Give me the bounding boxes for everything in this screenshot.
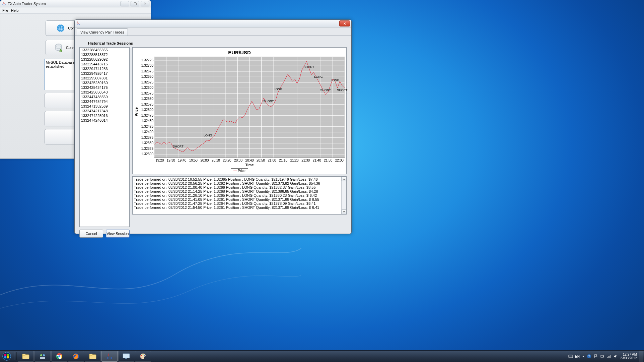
tray-lang[interactable]: EN bbox=[575, 355, 580, 358]
log-line: Trade performed on: 03/20/2012 19:52:55 … bbox=[134, 177, 340, 181]
chart-annotation: SHORT bbox=[320, 88, 331, 92]
tab-label: View Currency Pair Trades bbox=[80, 30, 124, 34]
session-item[interactable]: 1332288455355 bbox=[80, 48, 129, 52]
log-line: Trade performed on: 03/20/2012 21:47:25 … bbox=[134, 201, 340, 205]
session-item[interactable]: 1332474225016 bbox=[80, 113, 129, 118]
view-session-label: View Session bbox=[107, 232, 129, 236]
session-item[interactable]: 1332288629092 bbox=[80, 57, 129, 62]
session-item[interactable]: 1332425239160 bbox=[80, 80, 129, 85]
menu-help[interactable]: Help bbox=[11, 8, 19, 12]
session-item[interactable]: 1332474217348 bbox=[80, 109, 129, 113]
start-button[interactable] bbox=[0, 351, 13, 362]
tray-flag-icon[interactable] bbox=[593, 354, 598, 359]
tray-date: 23/03/2012 bbox=[620, 356, 637, 360]
menu-file[interactable]: File bbox=[2, 8, 8, 12]
view-session-button[interactable]: View Session bbox=[106, 230, 130, 238]
session-item[interactable]: 1332447484794 bbox=[80, 99, 129, 104]
session-list[interactable]: 1332288455355133228851357213322886290921… bbox=[79, 47, 130, 227]
svg-rect-62 bbox=[125, 358, 127, 359]
tray-network-icon[interactable] bbox=[607, 354, 612, 359]
svg-rect-61 bbox=[123, 354, 130, 358]
svg-point-54 bbox=[43, 354, 45, 356]
taskbar-java-app[interactable] bbox=[101, 351, 118, 362]
close-button[interactable]: ✕ bbox=[141, 1, 149, 6]
maximize-button[interactable]: ▢ bbox=[131, 1, 139, 6]
chart-xlabel: Time bbox=[154, 163, 345, 167]
tray-volume-icon[interactable] bbox=[614, 354, 618, 359]
session-item[interactable]: 1332425650543 bbox=[80, 90, 129, 95]
svg-point-65 bbox=[144, 355, 145, 356]
trade-log: Trade performed on: 03/20/2012 19:52:55 … bbox=[132, 176, 347, 215]
log-scrollbar[interactable]: ▴ ▾ bbox=[341, 177, 346, 214]
tray-help-icon[interactable]: ? bbox=[587, 354, 591, 359]
show-desktop-button[interactable] bbox=[639, 351, 643, 362]
tray-power-icon[interactable] bbox=[600, 354, 605, 359]
system-tray: EN ▲ ? 12:27 AM 23/03/2012 bbox=[568, 351, 644, 362]
session-item[interactable]: 1332447438569 bbox=[80, 95, 129, 99]
svg-rect-68 bbox=[569, 356, 572, 356]
svg-rect-52 bbox=[22, 354, 25, 355]
chart-xticks: 19:2019:3019:4019:5020:0020:1020:2020:30… bbox=[154, 159, 345, 162]
taskbar-paint[interactable] bbox=[135, 351, 151, 362]
chart-yticks: 1.323001.323251.323501.323751.324001.324… bbox=[139, 57, 154, 157]
session-item[interactable]: 1332294926417 bbox=[80, 71, 129, 76]
cancel-button[interactable]: Cancel bbox=[79, 230, 103, 238]
svg-rect-72 bbox=[601, 355, 603, 357]
session-item[interactable]: 1332295007881 bbox=[80, 76, 129, 80]
svg-rect-50 bbox=[7, 356, 9, 358]
chart-annotation: SHORT bbox=[263, 100, 274, 103]
scroll-down-icon[interactable]: ▾ bbox=[342, 209, 346, 214]
taskbar-explorer[interactable] bbox=[18, 351, 34, 362]
dialog-titlebar[interactable]: ✕ bbox=[75, 20, 351, 27]
taskbar-chrome[interactable] bbox=[51, 351, 67, 362]
taskbar-people[interactable] bbox=[34, 351, 51, 362]
taskbar-folder[interactable] bbox=[85, 351, 101, 362]
svg-point-57 bbox=[58, 355, 61, 358]
main-titlebar[interactable]: FX Auto Trader System — ▢ ✕ bbox=[0, 0, 151, 7]
session-item[interactable]: 1332471382569 bbox=[80, 104, 129, 109]
svg-rect-69 bbox=[569, 357, 572, 357]
session-item[interactable]: 1332425424175 bbox=[80, 85, 129, 90]
taskbar-monitor[interactable] bbox=[118, 351, 134, 362]
tray-time: 12:27 AM bbox=[620, 353, 637, 356]
tray-chevron-up-icon[interactable]: ▲ bbox=[582, 355, 585, 358]
log-line: Trade performed on: 03/20/2012 21:28:10 … bbox=[134, 193, 340, 197]
scroll-up-icon[interactable]: ▴ bbox=[342, 177, 346, 181]
tab-view-trades[interactable]: View Currency Pair Trades bbox=[77, 28, 128, 36]
tray-clock[interactable]: 12:27 AM 23/03/2012 bbox=[620, 353, 637, 360]
tray-keyboard-icon[interactable] bbox=[568, 354, 573, 359]
tab-strip: View Currency Pair Trades bbox=[75, 27, 351, 36]
log-line: Trade performed on: 03/20/2012 21:41:05 … bbox=[134, 197, 340, 201]
legend-label: Price bbox=[238, 169, 245, 173]
svg-rect-75 bbox=[609, 356, 609, 358]
database-icon bbox=[54, 43, 63, 52]
taskbar: EN ▲ ? 12:27 AM 23/03/2012 bbox=[0, 350, 644, 362]
svg-text:?: ? bbox=[588, 355, 590, 358]
session-item[interactable]: 1332288513572 bbox=[80, 52, 129, 57]
main-title: FX Auto Trader System bbox=[8, 2, 121, 6]
chart-annotation: SHORT bbox=[304, 65, 314, 69]
log-line: Trade performed on: 03/20/2012 21:00:40 … bbox=[134, 185, 340, 189]
svg-rect-77 bbox=[611, 355, 611, 358]
minimize-button[interactable]: — bbox=[121, 1, 129, 6]
log-line: Trade performed on: 03/20/2012 21:14:25 … bbox=[134, 189, 340, 193]
log-line: Trade performed on: 03/20/2012 20:56:25 … bbox=[134, 181, 340, 185]
trade-log-text[interactable]: Trade performed on: 03/20/2012 19:52:55 … bbox=[133, 177, 341, 214]
chart-annotation: LONG bbox=[331, 78, 340, 82]
globe-icon bbox=[56, 23, 65, 33]
taskbar-firefox[interactable] bbox=[68, 351, 84, 362]
svg-point-63 bbox=[141, 355, 142, 356]
svg-rect-60 bbox=[89, 354, 92, 355]
legend-swatch bbox=[233, 171, 237, 171]
chart-ylabel: Price bbox=[134, 57, 139, 167]
cancel-label: Cancel bbox=[85, 232, 97, 236]
session-item[interactable]: 1332294413715 bbox=[80, 62, 129, 66]
svg-rect-49 bbox=[4, 356, 6, 358]
trades-dialog: ✕ View Currency Pair Trades Historical T… bbox=[74, 19, 352, 234]
svg-rect-55 bbox=[40, 357, 45, 359]
session-item[interactable]: 1332474246014 bbox=[80, 118, 129, 123]
session-item[interactable]: 1332294741286 bbox=[80, 66, 129, 71]
dialog-close-button[interactable]: ✕ bbox=[339, 20, 350, 26]
chart-annotation: LONG bbox=[274, 87, 282, 91]
chart-annotation: SHORT bbox=[337, 88, 347, 92]
